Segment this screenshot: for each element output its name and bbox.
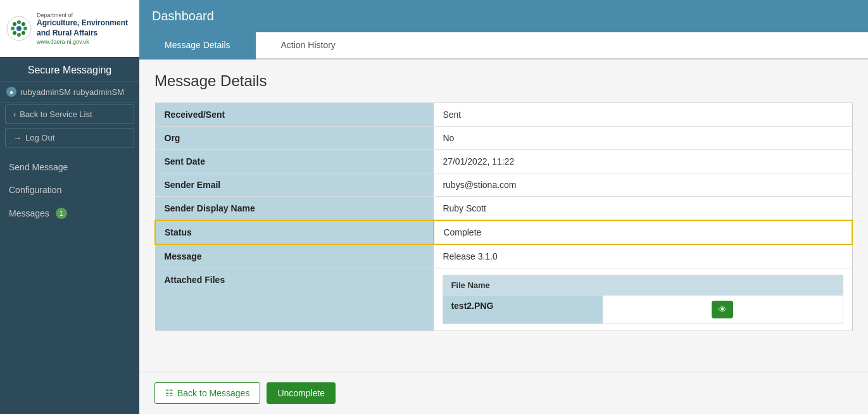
back-to-messages-button[interactable]: ☷ Back to Messages [154,382,260,404]
field-label: Sender Email [155,173,434,197]
sidebar-title: Secure Messaging [0,57,139,82]
tab-message-details[interactable]: Message Details [139,32,256,60]
sidebar-item-messages[interactable]: Messages 1 [0,201,139,225]
field-label: Status [155,220,434,244]
field-label: Attached Files [155,268,434,331]
field-value: rubys@stiona.com [434,173,852,197]
svg-point-7 [22,22,25,26]
field-label: Sender Display Name [155,197,434,221]
logo-text: Department of Agriculture, Environmentan… [37,12,128,44]
sidebar-user: ● rubyadminSM rubyadminSM [0,82,139,103]
table-row: Sender Display NameRuby Scott [155,197,852,221]
svg-point-1 [16,26,22,31]
field-value: Sent [434,103,852,127]
details-table: Received/SentSentOrgNoSent Date27/01/202… [154,103,853,331]
sidebar-item-configuration[interactable]: Configuration [0,179,139,201]
back-to-service-button[interactable]: ‹ Back to Service List [5,104,134,124]
footer-actions: ☷ Back to Messages Uncomplete [139,372,868,414]
table-row: MessageRelease 3.1.0 [155,244,852,268]
daera-logo-icon [6,16,32,41]
field-value: File Nametest2.PNG👁 [434,268,852,331]
table-row: Received/SentSent [155,103,852,127]
messages-label: Messages [9,208,49,218]
field-label: Received/Sent [155,103,434,127]
page-title: Message Details [154,72,853,90]
field-value: 27/01/2022, 11:22 [434,150,852,173]
sidebar: Department of Agriculture, Environmentan… [0,0,139,414]
field-value: Ruby Scott [434,197,852,221]
table-row: Sent Date27/01/2022, 11:22 [155,150,852,173]
svg-point-6 [13,22,16,26]
sidebar-nav: Send Message Configuration Messages 1 [0,156,139,414]
uncomplete-label: Uncomplete [277,388,325,398]
content-area: Message Details Received/SentSentOrgNoSe… [139,60,868,372]
tabs-bar: Message Details Action History [139,32,868,60]
back-to-messages-label: Back to Messages [177,388,249,398]
table-row: Sender Emailrubys@stiona.com [155,173,852,197]
logout-button[interactable]: → Log Out [5,128,134,147]
logo-org: Agriculture, Environmentand Rural Affair… [37,18,128,38]
svg-point-5 [23,27,27,30]
send-message-label: Send Message [9,162,68,172]
field-value: Complete [434,220,852,244]
field-label: Sent Date [155,150,434,173]
field-value: No [434,127,852,150]
logo-dept: Department of [37,12,128,18]
field-label: Message [155,244,434,268]
user-icon: ● [6,87,16,97]
main-content: Dashboard Message Details Action History… [139,0,868,414]
messages-badge: 1 [56,208,67,219]
configuration-label: Configuration [9,185,61,195]
svg-point-8 [13,31,16,35]
field-label: Org [155,127,434,150]
svg-point-2 [17,20,21,24]
file-name-header: File Name [443,275,603,296]
chevron-left-icon: ‹ [13,110,16,119]
logo-area: Department of Agriculture, Environmentan… [0,0,139,57]
sidebar-item-send-message[interactable]: Send Message [0,156,139,179]
field-value: Release 3.1.0 [434,244,852,268]
view-file-button[interactable]: 👁 [712,301,733,318]
file-action-header [603,275,843,296]
tab-action-history[interactable]: Action History [256,32,361,60]
file-row: test2.PNG👁 [443,296,843,324]
list-icon: ☷ [165,388,173,398]
file-view-cell: 👁 [603,296,843,324]
table-row: Attached FilesFile Nametest2.PNG👁 [155,268,852,331]
attached-files-table: File Nametest2.PNG👁 [443,275,843,324]
logout-icon: → [13,133,22,142]
main-header: Dashboard [139,0,868,32]
dashboard-title: Dashboard [152,9,214,23]
logo-url: www.daera-ni.gov.uk [37,39,128,45]
logout-label: Log Out [25,133,54,142]
back-to-service-label: Back to Service List [20,110,92,119]
table-row: OrgNo [155,127,852,150]
sidebar-username: rubyadminSM rubyadminSM [20,87,124,97]
svg-point-3 [17,33,21,37]
svg-point-4 [11,27,15,30]
uncomplete-button[interactable]: Uncomplete [267,382,336,404]
svg-point-9 [22,31,25,35]
table-row: StatusComplete [155,220,852,244]
file-name: test2.PNG [443,296,603,324]
